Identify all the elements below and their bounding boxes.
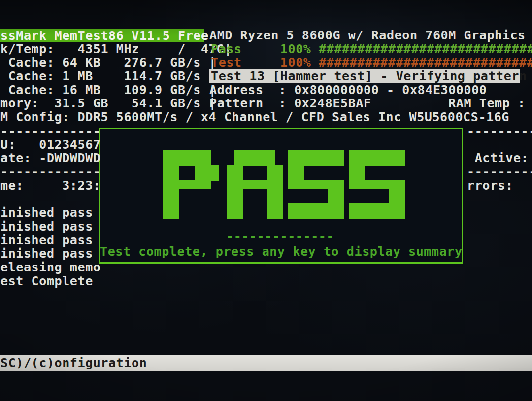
address-line: Address : 0x800000000 - 0x84E300000 — [209, 83, 487, 97]
log-line: inished pass — [0, 234, 93, 247]
current-test-status: Test 13 [Hammer test] - Verifying patter… — [211, 69, 527, 83]
pass-progress-line: Pass 100% ##############################… — [211, 42, 532, 56]
l1-cache-line: Cache: 64 KB 276.7 GB/s | — [0, 56, 216, 69]
hotkey-text: SC)/(c)onfiguration — [0, 356, 147, 370]
right-separator-mid: --------- — [467, 165, 532, 179]
time-line: me: 3:23: — [0, 179, 100, 193]
log-line: inished pass — [0, 220, 93, 234]
log-line: inished pass — [0, 247, 93, 261]
l3-cache-line: Cache: 16 MB 109.9 GB/s | — [0, 83, 216, 97]
cpu-title: AMD Ryzen 5 8600G w/ Radeon 760M Graphic… — [209, 29, 526, 42]
l2-cache-line: Cache: 1 MB 114.7 GB/s | — [0, 69, 216, 83]
app-title: ssMark MemTest86 V11.5 Free — [0, 29, 209, 43]
cpu-state-line: ate: -DWDWDWD — [0, 151, 100, 165]
left-separator-mid: ------------- — [0, 165, 100, 179]
ram-config-line: M Config: DDR5 5600MT/s / x4 Channel / C… — [0, 110, 509, 124]
memtest-screen: ssMark MemTest86 V11.5 Free AMD Ryzen 5 … — [0, 0, 532, 401]
hotkey-bar: SC)/(c)onfiguration — [0, 355, 532, 371]
memory-line: mory: 31.5 GB 54.1 GB/s | — [0, 97, 216, 110]
log-line: est Complete — [0, 274, 93, 288]
errors-label: rrors: — [467, 179, 513, 193]
current-test-status-bar: Test 13 [Hammer test] - Verifying patter… — [209, 69, 520, 83]
left-separator-top: ------------- — [0, 124, 100, 138]
result-divider: -------------- — [226, 230, 334, 243]
pattern-line: Pattern : 0x248E5BAF RAM Temp : 2 — [209, 97, 532, 110]
result-message: Test complete, press any key to display … — [100, 245, 463, 259]
app-title-bar: ssMark MemTest86 V11.5 Free — [0, 29, 204, 42]
log-line: eleasing memo — [0, 261, 100, 274]
right-separator-top: --------- — [467, 124, 532, 138]
log-line: inished pass — [0, 206, 93, 220]
cpu-list-line: U: 01234567 — [0, 138, 100, 152]
test-progress-line: Test 100% ##############################… — [211, 56, 532, 69]
clock-temp-line: k/Temp: 4351 MHz / 47C| — [0, 42, 232, 56]
cpus-active-label: Active: — [467, 151, 529, 165]
